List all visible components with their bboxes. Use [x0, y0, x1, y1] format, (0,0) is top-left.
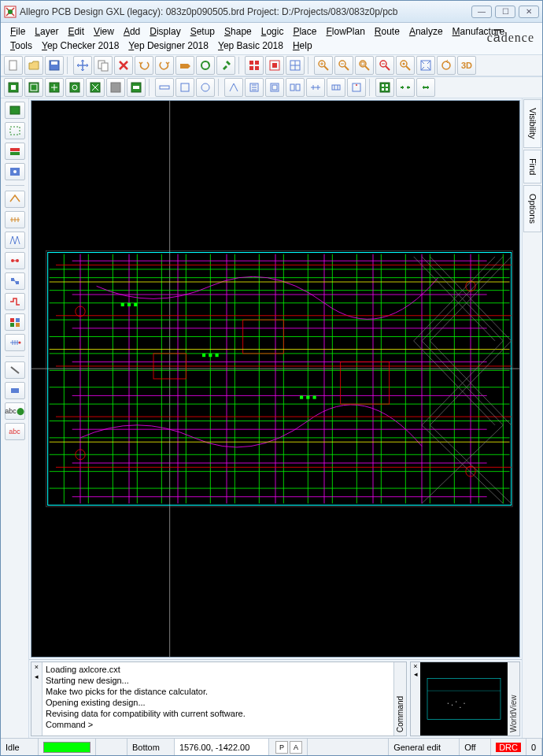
- minimize-button[interactable]: —: [471, 6, 492, 18]
- menu-file[interactable]: File: [6, 24, 30, 39]
- lt15-button[interactable]: abc⬤: [5, 402, 25, 420]
- open-file-button[interactable]: [24, 56, 43, 75]
- maximize-button[interactable]: ☐: [495, 6, 515, 18]
- lt7-button[interactable]: [5, 232, 25, 249]
- menu-help[interactable]: Help: [288, 39, 317, 53]
- svg-rect-63: [16, 318, 20, 322]
- svg-rect-54: [10, 148, 20, 151]
- wv-collapse-btn[interactable]: ◂: [414, 670, 418, 678]
- mode4-button[interactable]: [286, 78, 305, 97]
- menu-yep-checker[interactable]: Yep Checker 2018: [37, 39, 124, 53]
- refresh-button[interactable]: [196, 56, 215, 75]
- worldview-minimap[interactable]: [420, 662, 508, 736]
- status-btn-p[interactable]: P: [275, 741, 288, 754]
- lt3-button[interactable]: [5, 143, 25, 160]
- menu-place[interactable]: Place: [288, 24, 321, 39]
- lt9-button[interactable]: [5, 272, 25, 290]
- tab-visibility[interactable]: Visibility: [523, 99, 541, 148]
- command-tab[interactable]: Command: [393, 662, 406, 736]
- worldview-tab[interactable]: WorldView: [508, 662, 519, 736]
- mode7-button[interactable]: [347, 78, 366, 97]
- label-button[interactable]: [175, 56, 194, 75]
- status-layer[interactable]: Bottom: [127, 739, 175, 755]
- lt12-button[interactable]: [5, 334, 25, 351]
- menu-tools[interactable]: Tools: [6, 39, 37, 53]
- zoom-in-button[interactable]: [314, 56, 333, 75]
- snap2-button[interactable]: [175, 78, 194, 97]
- menu-logic[interactable]: Logic: [257, 24, 289, 39]
- snap3-button[interactable]: [196, 78, 215, 97]
- lt13-button[interactable]: [5, 361, 25, 379]
- zoom-out-button[interactable]: [334, 56, 353, 75]
- mode6-button[interactable]: [327, 78, 345, 97]
- zoom-window-button[interactable]: [416, 56, 435, 75]
- mode5-button[interactable]: [306, 78, 325, 97]
- lt10-button[interactable]: [5, 293, 25, 310]
- lt2-button[interactable]: [5, 122, 25, 139]
- lt1-button[interactable]: [5, 102, 25, 119]
- close-button[interactable]: ✕: [519, 6, 539, 18]
- move-button[interactable]: [73, 56, 92, 75]
- lt4-button[interactable]: [5, 163, 25, 180]
- menu-display[interactable]: Display: [145, 24, 185, 39]
- redraw-button[interactable]: [437, 56, 456, 75]
- wv-close-btn[interactable]: ×: [413, 662, 417, 670]
- pin-button[interactable]: [216, 56, 235, 75]
- copy-button[interactable]: [94, 56, 113, 75]
- cmd-close-btn[interactable]: ×: [34, 662, 39, 672]
- save-button[interactable]: [45, 56, 64, 75]
- menu-edit[interactable]: Edit: [63, 24, 89, 39]
- sel5-button[interactable]: [86, 78, 105, 97]
- delete-button[interactable]: [114, 56, 133, 75]
- grid-a-button[interactable]: [245, 56, 264, 75]
- sel1-button[interactable]: [4, 78, 23, 97]
- svg-point-1: [8, 9, 13, 14]
- new-file-button[interactable]: [4, 56, 23, 75]
- svg-rect-81: [127, 303, 131, 306]
- sel2-button[interactable]: [24, 78, 43, 97]
- sel3-button[interactable]: [45, 78, 64, 97]
- snap1-button[interactable]: [155, 78, 174, 97]
- tab-find[interactable]: Find: [523, 150, 541, 183]
- zoom-center-button[interactable]: [396, 56, 415, 75]
- zoom-fit-button[interactable]: [355, 56, 374, 75]
- menu-flowplan[interactable]: FlowPlan: [321, 24, 369, 39]
- sel7-button[interactable]: [127, 78, 146, 97]
- status-drc[interactable]: DRC: [491, 739, 526, 755]
- cmd-collapse-btn[interactable]: ◂: [34, 672, 39, 681]
- sel4-button[interactable]: [65, 78, 84, 97]
- lt11-button[interactable]: [5, 313, 25, 331]
- menu-shape[interactable]: Shape: [220, 24, 257, 39]
- status-btn-a[interactable]: A: [290, 741, 302, 754]
- pcb-canvas[interactable]: [31, 100, 520, 658]
- menu-view[interactable]: View: [89, 24, 119, 39]
- menu-route[interactable]: Route: [370, 24, 404, 39]
- menu-layer[interactable]: Layer: [30, 24, 63, 39]
- 3d-button[interactable]: 3D: [457, 56, 476, 75]
- lt8-button[interactable]: [5, 252, 25, 269]
- menu-analyze[interactable]: Analyze: [404, 24, 448, 39]
- status-color[interactable]: [39, 739, 96, 755]
- lt14-button[interactable]: [5, 382, 25, 399]
- menu-yep-basic[interactable]: Yep Basic 2018: [213, 39, 288, 53]
- mode1-button[interactable]: [224, 78, 243, 97]
- zoom-prev-button[interactable]: [375, 56, 394, 75]
- command-prompt[interactable]: Command >: [46, 719, 390, 730]
- mode2-button[interactable]: [245, 78, 264, 97]
- mode3-button[interactable]: [265, 78, 284, 97]
- menu-add[interactable]: Add: [119, 24, 145, 39]
- lt6-button[interactable]: [5, 211, 25, 228]
- tab-options[interactable]: Options: [523, 185, 541, 232]
- sel6-button[interactable]: [106, 78, 125, 97]
- lt16-button[interactable]: abc: [5, 423, 25, 440]
- grp3-button[interactable]: [416, 78, 435, 97]
- redo-button[interactable]: [155, 56, 174, 75]
- menu-yep-designer[interactable]: Yep Designer 2018: [124, 39, 213, 53]
- grp2-button[interactable]: [396, 78, 415, 97]
- grid-c-button[interactable]: [286, 56, 305, 75]
- undo-button[interactable]: [135, 56, 153, 75]
- menu-setup[interactable]: Setup: [186, 24, 220, 39]
- grp1-button[interactable]: [375, 78, 394, 97]
- grid-b-button[interactable]: [265, 56, 284, 75]
- lt5-button[interactable]: [5, 191, 25, 208]
